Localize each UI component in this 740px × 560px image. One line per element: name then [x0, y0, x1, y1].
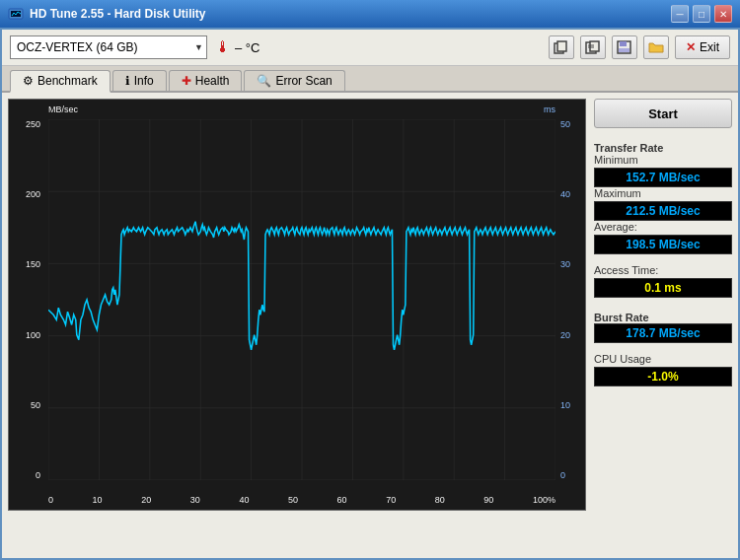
y-axis-left: 250 200 150 100 50 0 — [9, 119, 43, 480]
toolbar-left: OCZ-VERTEX (64 GB) 🌡 – °C — [10, 35, 259, 59]
svg-rect-10 — [619, 48, 629, 52]
save-icon-btn[interactable] — [612, 35, 637, 59]
stats-panel: Start Transfer Rate Minimum 152.7 MB/sec… — [594, 99, 732, 511]
title-controls: ─ □ ✕ — [671, 5, 732, 23]
y-right-unit: ms — [544, 105, 555, 114]
maximize-button[interactable]: □ — [693, 5, 710, 23]
x-10: 10 — [93, 495, 103, 505]
drive-selector[interactable]: OCZ-VERTEX (64 GB) — [10, 35, 207, 59]
x-20: 20 — [141, 495, 151, 505]
exit-label: Exit — [700, 40, 719, 54]
copy2-icon — [585, 40, 601, 54]
app-icon — [8, 6, 24, 22]
tab-info[interactable]: ℹ Info — [112, 70, 167, 91]
temperature-value: – °C — [235, 40, 259, 55]
y-right-30: 30 — [560, 259, 570, 269]
x-90: 90 — [483, 495, 493, 505]
transfer-rate-label: Transfer Rate — [594, 142, 732, 154]
toolbar: OCZ-VERTEX (64 GB) 🌡 – °C — [2, 30, 738, 66]
svg-rect-9 — [620, 41, 627, 46]
access-time-label: Access Time: — [594, 264, 732, 276]
folder-icon — [648, 40, 664, 54]
start-button[interactable]: Start — [594, 99, 732, 128]
burst-rate-value: 178.7 MB/sec — [594, 323, 732, 343]
close-button[interactable]: ✕ — [714, 5, 732, 23]
x-100: 100% — [533, 495, 555, 505]
info-tab-label: Info — [134, 74, 154, 88]
y-right-20: 20 — [560, 330, 570, 340]
thermometer-icon: 🌡 — [215, 38, 231, 56]
tab-benchmark[interactable]: ⚙ Benchmark — [10, 70, 111, 93]
x-0: 0 — [48, 495, 53, 505]
temperature-display: 🌡 – °C — [215, 38, 259, 56]
x-70: 70 — [386, 495, 396, 505]
toolbar-right: ✕ Exit — [549, 35, 730, 59]
access-time-section: Access Time: 0.1 ms — [594, 264, 732, 298]
y-right-0: 0 — [560, 470, 565, 480]
y-left-50: 50 — [31, 400, 40, 410]
x-40: 40 — [239, 495, 249, 505]
info-tab-icon: ℹ — [125, 74, 130, 88]
average-label: Average: — [594, 221, 732, 233]
exit-button[interactable]: ✕ Exit — [675, 35, 730, 59]
content-area: MB/sec ms 250 200 150 100 50 0 50 40 30 … — [2, 93, 738, 517]
title-bar: HD Tune 2.55 - Hard Disk Utility ─ □ ✕ — [0, 0, 740, 28]
folder-icon-btn[interactable] — [643, 35, 669, 59]
benchmark-tab-icon: ⚙ — [23, 74, 34, 88]
y-right-50: 50 — [560, 119, 570, 129]
cpu-usage-value: -1.0% — [594, 367, 732, 386]
y-left-0: 0 — [36, 470, 40, 480]
x-50: 50 — [288, 495, 298, 505]
chart-grid — [48, 119, 555, 480]
drive-selector-wrap: OCZ-VERTEX (64 GB) — [10, 35, 207, 59]
main-window: OCZ-VERTEX (64 GB) 🌡 – °C — [0, 28, 740, 560]
y-axis-right: 50 40 30 20 10 0 — [557, 119, 585, 480]
benchmark-chart: MB/sec ms 250 200 150 100 50 0 50 40 30 … — [8, 99, 586, 511]
svg-rect-3 — [557, 41, 566, 51]
x-60: 60 — [337, 495, 347, 505]
burst-rate-section: Burst Rate 178.7 MB/sec — [594, 308, 732, 343]
health-tab-icon: ✚ — [182, 74, 191, 88]
tab-errorscan[interactable]: 🔍 Error Scan — [244, 70, 344, 91]
x-80: 80 — [435, 495, 445, 505]
y-right-10: 10 — [560, 400, 570, 410]
x-axis: 0 10 20 30 40 50 60 70 80 90 100% — [48, 495, 555, 505]
minimize-button[interactable]: ─ — [671, 5, 689, 23]
y-left-200: 200 — [26, 189, 40, 199]
chart-svg — [48, 119, 555, 480]
y-left-250: 250 — [26, 119, 40, 129]
burst-rate-label: Burst Rate — [594, 312, 732, 323]
minimum-label: Minimum — [594, 154, 732, 166]
errorscan-tab-icon: 🔍 — [257, 74, 271, 88]
health-tab-label: Health — [195, 74, 230, 88]
y-left-150: 150 — [26, 259, 40, 269]
tabs-bar: ⚙ Benchmark ℹ Info ✚ Health 🔍 Error Scan — [2, 66, 738, 93]
y-left-unit: MB/sec — [48, 105, 78, 114]
copy-icon-btn[interactable] — [549, 35, 574, 59]
copy2-icon-btn[interactable] — [580, 35, 606, 59]
copy-icon — [554, 40, 569, 54]
maximum-value: 212.5 MB/sec — [594, 201, 732, 221]
x-30: 30 — [190, 495, 200, 505]
y-left-100: 100 — [26, 330, 40, 340]
window-title: HD Tune 2.55 - Hard Disk Utility — [30, 7, 205, 21]
access-time-value: 0.1 ms — [594, 278, 732, 298]
cpu-usage-label: CPU Usage — [594, 353, 732, 365]
benchmark-tab-label: Benchmark — [37, 74, 98, 88]
average-value: 198.5 MB/sec — [594, 235, 732, 254]
transfer-rate-section: Transfer Rate Minimum 152.7 MB/sec Maxim… — [594, 138, 732, 254]
cpu-usage-section: CPU Usage -1.0% — [594, 353, 732, 386]
minimum-value: 152.7 MB/sec — [594, 168, 732, 187]
y-right-40: 40 — [560, 189, 570, 199]
svg-rect-5 — [590, 41, 599, 51]
title-bar-left: HD Tune 2.55 - Hard Disk Utility — [8, 6, 205, 22]
maximum-label: Maximum — [594, 187, 732, 199]
exit-icon: ✕ — [686, 40, 696, 54]
errorscan-tab-label: Error Scan — [275, 74, 332, 88]
save-icon — [617, 40, 632, 54]
tab-health[interactable]: ✚ Health — [169, 70, 243, 91]
